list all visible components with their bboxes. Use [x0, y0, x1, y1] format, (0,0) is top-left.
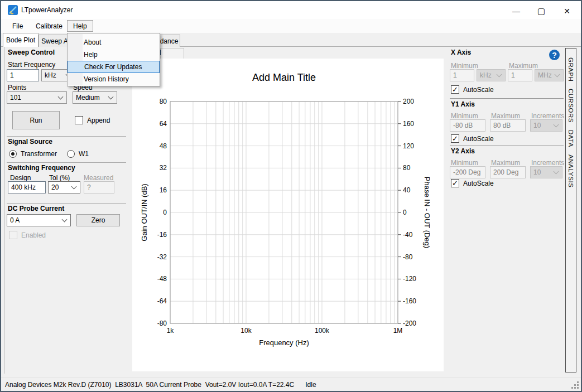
svg-text:64: 64 — [160, 120, 167, 128]
points-value: 101 — [10, 94, 21, 101]
svg-text:-48: -48 — [157, 275, 167, 283]
points-select[interactable]: 101 — [7, 91, 67, 104]
svg-text:Frequency (Hz): Frequency (Hz) — [259, 338, 309, 347]
help-dropdown-menu: About Help Check For Updates Version His… — [67, 33, 160, 86]
tab-impedance-fragment[interactable]: dance — [158, 35, 180, 47]
svg-text:-16: -16 — [157, 231, 167, 239]
w1-radio[interactable]: W1 — [67, 150, 89, 158]
y1-autoscale-checkbox[interactable]: AutoScale — [451, 134, 494, 143]
chevron-down-icon — [71, 183, 77, 189]
checkbox-checked-icon — [451, 85, 459, 94]
menu-item-version-history[interactable]: Version History — [68, 73, 160, 85]
svg-text:-80: -80 — [157, 320, 167, 327]
x-autoscale-label: AutoScale — [463, 86, 494, 94]
x-min-unit-value: kHz — [480, 71, 492, 79]
speed-value: Medium — [76, 94, 100, 101]
svg-text:-40: -40 — [403, 231, 413, 239]
y2-autoscale-label: AutoScale — [463, 180, 494, 187]
tab-sweep-partial[interactable]: Sweep A — [39, 35, 71, 47]
w1-label: W1 — [79, 150, 89, 158]
switching-frequency-title: Switching Frequency — [8, 164, 75, 172]
menu-item-check-for-updates[interactable]: Check For Updates — [68, 61, 160, 73]
svg-text:100k: 100k — [315, 327, 330, 335]
svg-text:40: 40 — [403, 186, 411, 194]
speed-select[interactable]: Medium — [73, 91, 117, 104]
tol-select[interactable]: 20 — [48, 181, 80, 193]
svg-text:-32: -32 — [157, 253, 167, 261]
side-tab-graph[interactable]: GRAPH — [567, 57, 574, 81]
close-button[interactable]: ✕ — [561, 6, 573, 17]
y1-increments-label: Increments — [531, 112, 564, 120]
minimize-button[interactable]: — — [511, 6, 522, 17]
divider — [7, 136, 126, 137]
tol-value: 20 — [51, 183, 59, 191]
chevron-down-icon — [555, 71, 560, 77]
y2-autoscale-checkbox[interactable]: AutoScale — [451, 179, 494, 187]
status-bar: Analog Devices M2k Rev.D (Z7010) LB3031A… — [1, 378, 581, 391]
chevron-down-icon — [554, 122, 559, 127]
resize-grip[interactable] — [572, 382, 579, 389]
enabled-label: Enabled — [21, 231, 46, 239]
y1-autoscale-label: AutoScale — [463, 135, 494, 143]
append-checkbox[interactable]: Append — [75, 116, 110, 124]
svg-text:120: 120 — [403, 142, 414, 150]
left-panel-border — [4, 47, 5, 374]
chevron-down-icon — [497, 71, 502, 77]
transformer-radio[interactable]: Transformer — [9, 150, 57, 158]
maximize-button[interactable]: ▢ — [536, 6, 547, 17]
status-state-text: Idle — [305, 381, 316, 389]
x-axis-title: X Axis — [451, 49, 471, 56]
divider — [450, 98, 564, 99]
tab-bode-plot[interactable]: Bode Plot — [3, 33, 39, 47]
design-label: Design — [10, 174, 31, 182]
sub-tab-partial[interactable] — [160, 48, 184, 59]
side-tab-cursors[interactable]: CURSORS — [567, 89, 574, 123]
measured-input — [84, 181, 114, 193]
transformer-label: Transformer — [21, 150, 57, 158]
radio-icon — [67, 150, 75, 158]
svg-text:200: 200 — [403, 98, 414, 105]
run-button[interactable]: Run — [12, 111, 60, 129]
signal-source-title: Signal Source — [8, 138, 52, 146]
y2-axis-title: Y2 Axis — [451, 147, 475, 155]
x-autoscale-checkbox[interactable]: AutoScale — [451, 85, 494, 94]
side-tab-analysis[interactable]: ANALYSIS — [567, 154, 574, 187]
checkbox-icon — [75, 116, 83, 124]
svg-text:160: 160 — [403, 120, 414, 128]
svg-text:-160: -160 — [403, 297, 416, 305]
x-max-unit-value: MHz — [538, 71, 552, 79]
menu-item-help-entry[interactable]: Help — [68, 49, 160, 61]
help-icon[interactable]: ? — [549, 50, 560, 60]
divider — [7, 203, 126, 204]
app-window: LTpowerAnalyzer — ▢ ✕ File Calibrate Hel… — [0, 0, 582, 392]
y2-increments-select: 10 — [530, 166, 562, 178]
append-label: Append — [87, 117, 110, 124]
tol-label: Tol (%) — [49, 174, 70, 182]
svg-text:32: 32 — [160, 164, 167, 172]
menu-item-calibrate[interactable]: Calibrate — [30, 20, 68, 32]
start-frequency-label: Start Frequency — [8, 61, 55, 69]
y1-axis-title: Y1 Axis — [451, 100, 475, 108]
menu-item-about[interactable]: About — [68, 36, 160, 49]
menu-item-help[interactable]: Help — [67, 20, 93, 32]
menu-item-file[interactable]: File — [7, 20, 28, 32]
sweep-control-title: Sweep Control — [8, 49, 55, 56]
y2-max-label: Maximum — [491, 159, 520, 167]
zero-button[interactable]: Zero — [76, 214, 120, 226]
title-bar: LTpowerAnalyzer — ▢ ✕ — [1, 1, 581, 19]
y2-min-label: Minimum — [451, 159, 478, 167]
svg-text:0: 0 — [403, 209, 407, 216]
chevron-down-icon — [554, 168, 559, 174]
dc-current-select[interactable]: 0 A — [7, 214, 71, 226]
start-frequency-input[interactable] — [7, 69, 39, 81]
bode-plot-panel: 80644832160-16-32-48-64-8020016012080400… — [132, 59, 444, 371]
start-frequency-unit-value: kHz — [45, 71, 56, 79]
svg-text:Add Main Title: Add Main Title — [252, 72, 316, 83]
y1-max-label: Maximum — [491, 112, 520, 120]
y1-min-input — [450, 119, 485, 132]
design-input[interactable] — [8, 181, 46, 193]
svg-text:16: 16 — [160, 186, 167, 194]
y1-increments-value: 10 — [533, 122, 541, 129]
side-tab-data[interactable]: DATA — [567, 130, 574, 147]
svg-text:10k: 10k — [241, 327, 252, 335]
